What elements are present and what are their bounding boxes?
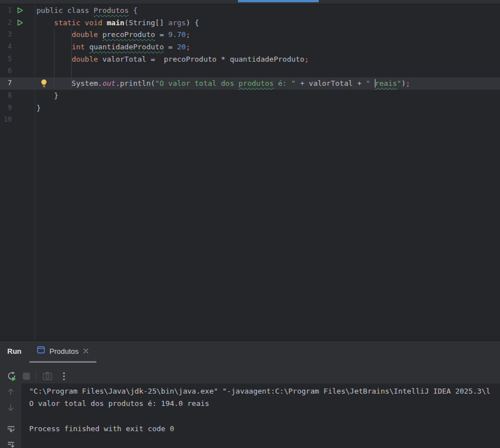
code-line[interactable]: 10 — [0, 114, 500, 126]
code-text: static void main(String[] args) { — [36, 17, 199, 29]
more-options-icon[interactable] — [57, 369, 71, 384]
code-text: double precoProduto = 9.70; — [36, 29, 190, 41]
code-text: } — [36, 102, 41, 114]
line-number[interactable]: 9 — [0, 102, 12, 114]
run-tool-window-header: Run Produtos — [0, 341, 500, 363]
code-line[interactable]: 1public class Produtos { — [0, 4, 500, 17]
line-number[interactable]: 7 — [0, 77, 12, 90]
code-editor[interactable]: 1public class Produtos {2 static void ma… — [0, 4, 500, 340]
indent-guide — [54, 29, 54, 90]
code-text: double valorTotal = precoProduto * quant… — [36, 53, 309, 66]
line-number[interactable]: 4 — [0, 41, 12, 53]
gutter-space — [12, 65, 36, 77]
gutter-space — [12, 114, 36, 126]
code-line[interactable]: 3 double precoProduto = 9.70; — [0, 29, 500, 41]
active-run-tab-underline — [29, 361, 97, 363]
run-tool-window: Run Produtos — [0, 340, 500, 448]
ide-window: 1public class Produtos {2 static void ma… — [0, 0, 500, 448]
run-line-icon[interactable] — [12, 17, 36, 29]
line-number[interactable]: 2 — [0, 17, 12, 29]
rerun-icon[interactable] — [4, 369, 19, 384]
gutter-space — [12, 29, 36, 41]
line-number[interactable]: 3 — [0, 29, 12, 41]
code-text: System.out.println("O valor total dos pr… — [36, 77, 410, 90]
editor-lines: 1public class Produtos {2 static void ma… — [0, 4, 500, 126]
code-line[interactable]: 8 } — [0, 90, 500, 102]
arrow-up-icon[interactable] — [7, 388, 15, 398]
line-number[interactable]: 8 — [0, 90, 12, 102]
code-line[interactable]: 6 — [0, 65, 500, 77]
gutter-space — [12, 102, 36, 114]
line-number[interactable]: 1 — [0, 4, 12, 17]
line-number[interactable]: 5 — [0, 53, 12, 66]
code-text: int quantidadeProduto = 20; — [36, 41, 190, 53]
console-toolbar — [0, 384, 21, 448]
console-output[interactable]: "C:\Program Files\Java\jdk-25\bin\java.e… — [21, 384, 500, 448]
code-line[interactable]: 2 static void main(String[] args) { — [0, 17, 500, 29]
close-icon[interactable] — [83, 348, 89, 354]
console-icon — [37, 346, 45, 356]
run-panel-title: Run — [7, 347, 21, 355]
indent-guide — [71, 29, 72, 90]
run-tab-produtos[interactable]: Produtos — [29, 341, 97, 361]
arrow-down-icon[interactable] — [7, 404, 15, 414]
camera-icon[interactable] — [40, 369, 54, 384]
code-line[interactable]: 4 int quantidadeProduto = 20; — [0, 41, 500, 53]
gutter-space — [12, 77, 36, 90]
code-text: public class Produtos { — [36, 4, 137, 17]
gutter-space — [12, 53, 36, 66]
editor-tab-bar[interactable] — [0, 0, 500, 4]
run-line-icon[interactable] — [12, 4, 36, 17]
stop-icon[interactable] — [19, 369, 34, 384]
line-number[interactable]: 10 — [0, 114, 12, 126]
toolbar-separator — [36, 371, 36, 382]
soft-wrap-icon[interactable] — [7, 425, 15, 436]
run-tab-label: Produtos — [49, 347, 79, 355]
code-line[interactable]: 9} — [0, 102, 500, 114]
active-tab-indicator — [238, 0, 319, 2]
code-text: } — [36, 90, 58, 102]
line-number[interactable]: 6 — [0, 65, 12, 77]
console-area: "C:\Program Files\Java\jdk-25\bin\java.e… — [0, 384, 500, 448]
gutter-space — [12, 90, 36, 102]
scroll-to-end-icon[interactable] — [7, 441, 15, 448]
gutter-space — [12, 41, 36, 53]
code-line[interactable]: 7 System.out.println("O valor total dos … — [0, 77, 500, 90]
code-line[interactable]: 5 double valorTotal = precoProduto * qua… — [0, 53, 500, 66]
